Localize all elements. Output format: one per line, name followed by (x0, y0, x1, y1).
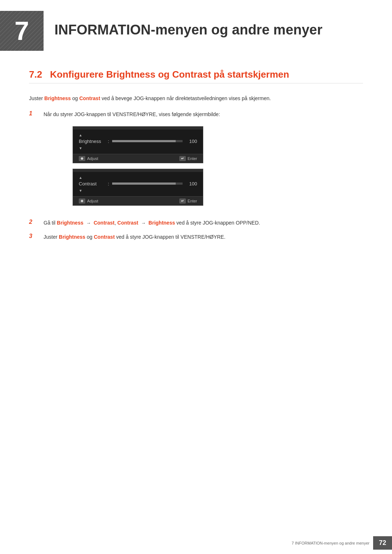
osd-row-brightness: Brightness : 100 (79, 139, 197, 144)
adjust-icon-contrast: ⊕ (79, 198, 85, 204)
step2-bold2: Contrast (94, 220, 115, 226)
steps-list: 1 Når du styrer JOG-knappen til VENSTRE/… (29, 110, 363, 242)
step-2-number: 2 (29, 219, 40, 225)
osd-row-contrast: Contrast : 100 (79, 181, 197, 186)
step-1: 1 Når du styrer JOG-knappen til VENSTRE/… (29, 110, 363, 213)
osd-label-contrast: Contrast (79, 181, 108, 186)
chapter-number: 7 (15, 16, 29, 46)
section-heading-text: Konfigurere Brightness og Contrast på st… (50, 69, 289, 80)
osd-colon-contrast: : (108, 181, 109, 186)
osd-enter-btn-contrast: ↵ Enter (179, 198, 197, 204)
osd-arrow-down-brightness: ▼ (79, 146, 197, 150)
osd-header-contrast (73, 169, 203, 172)
step3-before: Juster (44, 234, 59, 240)
section-title: 7.2 Konfigurere Brightness og Contrast p… (29, 69, 363, 83)
intro-text-after: ved å bevege JOG-knappen når direktetast… (100, 95, 271, 101)
osd-header-brightness (73, 127, 203, 130)
step-3-text: Juster Brightness og Contrast ved å styr… (44, 233, 225, 242)
osd-adjust-btn-contrast: ⊕ Adjust (79, 198, 98, 204)
osd-footer-contrast: ⊕ Adjust ↵ Enter (73, 196, 203, 205)
step2-bold3: Contrast (117, 220, 138, 226)
osd-body-brightness: ▲ Brightness : 100 ▼ (73, 130, 203, 154)
osd-value-brightness: 100 (186, 139, 197, 144)
osd-footer-brightness: ⊕ Adjust ↵ Enter (73, 154, 203, 163)
step-3-number: 3 (29, 233, 40, 239)
osd-body-contrast: ▲ Contrast : 100 ▼ (73, 172, 203, 196)
footer-text: 7 INFORMATION-menyen og andre menyer (292, 541, 369, 545)
osd-arrow-down-contrast: ▼ (79, 189, 197, 193)
step3-bold2: Contrast (94, 234, 115, 240)
osd-colon-brightness: : (108, 139, 109, 144)
step2-bold4: Brightness (148, 220, 175, 226)
enter-label-contrast: Enter (188, 199, 197, 203)
enter-icon-brightness: ↵ (179, 156, 186, 161)
page-footer: 7 INFORMATION-menyen og andre menyer 72 (0, 532, 392, 554)
osd-value-contrast: 100 (186, 181, 197, 186)
step3-bold1: Brightness (59, 234, 85, 240)
osd-enter-btn-brightness: ↵ Enter (179, 156, 197, 161)
step-2: 2 Gå til Brightness → Contrast, Contrast… (29, 219, 363, 227)
step-2-text: Gå til Brightness → Contrast, Contrast →… (44, 219, 260, 227)
osd-screenshots: ▲ Brightness : 100 ▼ (73, 126, 203, 206)
osd-adjust-btn-brightness: ⊕ Adjust (79, 156, 98, 161)
osd-bar-fill-contrast (112, 182, 176, 185)
step-1-text: Når du styrer JOG-knappen til VENSTRE/HØ… (44, 110, 220, 119)
step-3: 3 Juster Brightness og Contrast ved å st… (29, 233, 363, 242)
adjust-label-brightness: Adjust (87, 156, 98, 161)
chapter-header: 7 INFORMATION-menyen og andre menyer (0, 0, 392, 58)
adjust-icon-brightness: ⊕ (79, 156, 85, 161)
chapter-title: INFORMATION-menyen og andre menyer (54, 11, 322, 38)
step2-after: ved å styre JOG-knappen OPP/NED. (175, 220, 260, 226)
osd-bar-fill-brightness (112, 140, 176, 142)
step3-between: og (85, 234, 94, 240)
intro-text-between: og (71, 95, 79, 101)
osd-bar-contrast (112, 182, 183, 185)
section-number: 7.2 (29, 69, 42, 80)
step3-after: ved å styre JOG-knappen til VENSTRE/HØYR… (115, 234, 225, 240)
brightness-osd-box: ▲ Brightness : 100 ▼ (73, 126, 203, 163)
step-1-content: Når du styrer JOG-knappen til VENSTRE/HØ… (44, 110, 220, 213)
step2-bold1: Brightness (57, 220, 83, 226)
step-1-number: 1 (29, 110, 40, 117)
osd-label-brightness: Brightness (79, 139, 108, 144)
enter-label-brightness: Enter (188, 156, 197, 161)
contrast-osd-box: ▲ Contrast : 100 ▼ (73, 169, 203, 206)
step2-arrow2: → (140, 220, 147, 226)
intro-paragraph: Juster Brightness og Contrast ved å beve… (29, 94, 363, 103)
step2-before: Gå til (44, 220, 57, 226)
osd-arrow-up-contrast: ▲ (79, 176, 197, 180)
step2-arrow1: → (85, 220, 92, 226)
enter-icon-contrast: ↵ (179, 198, 186, 204)
main-content: 7.2 Konfigurere Brightness og Contrast p… (0, 69, 392, 276)
intro-bold2: Contrast (79, 95, 101, 101)
intro-text-before: Juster (29, 95, 44, 101)
adjust-label-contrast: Adjust (87, 199, 98, 203)
chapter-number-block: 7 (0, 11, 44, 51)
osd-arrow-up-brightness: ▲ (79, 133, 197, 137)
intro-bold1: Brightness (44, 95, 71, 101)
osd-bar-brightness (112, 140, 183, 142)
footer-page-number: 72 (373, 536, 392, 550)
